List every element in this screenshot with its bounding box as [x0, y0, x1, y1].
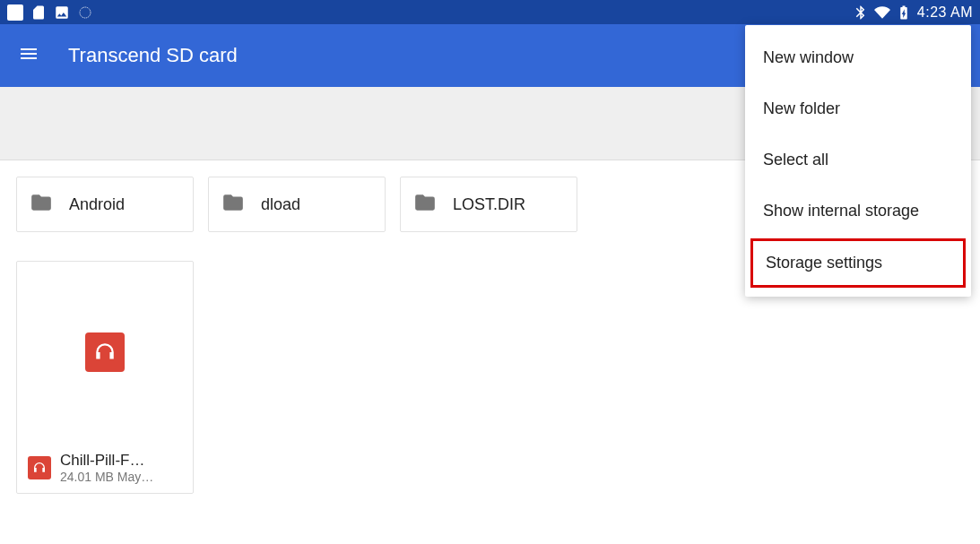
audio-icon — [28, 456, 51, 479]
folder-icon — [413, 191, 437, 218]
file-meta: 24.01 MB May… — [60, 470, 153, 484]
file-info: Chill-Pill-F… 24.01 MB May… — [17, 443, 193, 493]
folder-dload[interactable]: dload — [208, 177, 386, 232]
battery-icon — [896, 4, 912, 21]
menu-show-internal-storage[interactable]: Show internal storage — [745, 186, 971, 237]
file-text: Chill-Pill-F… 24.01 MB May… — [60, 452, 153, 484]
status-left — [7, 4, 93, 21]
file-name: Chill-Pill-F… — [60, 452, 153, 470]
menu-storage-settings[interactable]: Storage settings — [750, 238, 966, 288]
menu-new-folder[interactable]: New folder — [745, 83, 971, 134]
status-right: 4:23 AM — [853, 4, 973, 21]
folder-label: dload — [261, 195, 300, 214]
sd-card-icon — [30, 4, 47, 21]
audio-icon — [85, 332, 125, 372]
overflow-menu: New window New folder Select all Show in… — [745, 25, 971, 297]
folder-label: Android — [69, 195, 125, 214]
app-title: Transcend SD card — [68, 44, 238, 67]
menu-select-all[interactable]: Select all — [745, 134, 971, 186]
wifi-icon — [874, 4, 890, 21]
svg-point-0 — [80, 7, 91, 18]
folder-label: LOST.DIR — [453, 195, 525, 214]
notification-icon-1 — [7, 4, 23, 21]
status-bar: 4:23 AM — [0, 0, 980, 24]
bluetooth-icon — [853, 4, 869, 21]
status-time: 4:23 AM — [917, 4, 973, 21]
folder-icon — [30, 191, 53, 218]
folder-icon — [221, 191, 245, 218]
file-thumb — [17, 262, 193, 443]
folder-android[interactable]: Android — [16, 177, 194, 232]
file-chill-pill[interactable]: Chill-Pill-F… 24.01 MB May… — [16, 261, 194, 494]
image-icon — [54, 4, 70, 21]
menu-new-window[interactable]: New window — [745, 32, 971, 83]
hamburger-icon[interactable] — [18, 43, 39, 68]
circle-icon — [77, 4, 93, 21]
folder-lostdir[interactable]: LOST.DIR — [400, 177, 577, 232]
